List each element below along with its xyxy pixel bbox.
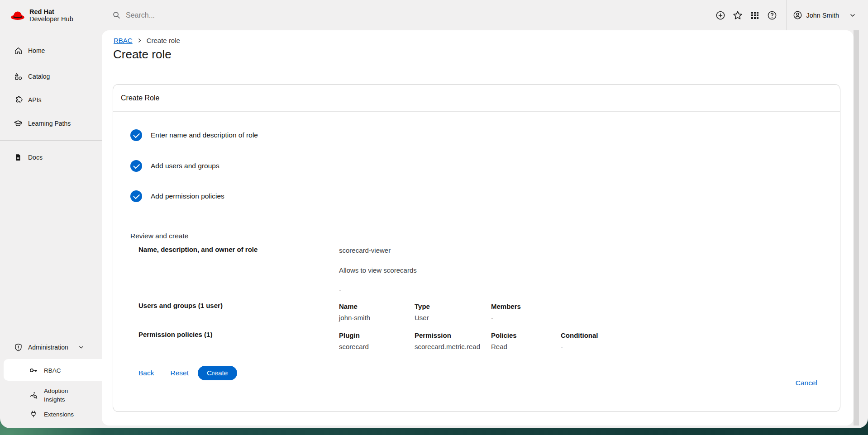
sidebar-nav: Home Catalog APIs Le — [0, 30, 102, 428]
plug-icon — [29, 410, 38, 419]
sidebar-divider — [0, 140, 102, 141]
chevron-down-icon — [78, 344, 85, 351]
role-owner-value: - — [339, 286, 341, 293]
users-col-header: Name — [339, 303, 358, 310]
user-name: John Smith — [806, 12, 839, 19]
home-icon — [14, 46, 23, 55]
section-label-name: Name, description, and owner of role — [138, 246, 258, 253]
sidebar-group-label: Administration — [28, 344, 68, 351]
main-content: RBAC Create role Create role Create Role… — [102, 30, 854, 426]
create-button[interactable]: Create — [198, 366, 237, 380]
sidebar-item-label: Learning Paths — [28, 120, 71, 127]
role-description-value: Allows to view scorecards — [339, 266, 417, 274]
brand-line1: Red Hat — [29, 8, 73, 15]
step-connector — [136, 145, 136, 156]
permissions-col-header: Conditional — [561, 331, 598, 339]
sidebar-item-label: Adoption Insights — [44, 387, 73, 404]
back-button[interactable]: Back — [131, 366, 161, 380]
sidebar-item-learning-paths[interactable]: Learning Paths — [0, 118, 102, 129]
key-icon — [29, 366, 38, 375]
global-header: Red Hat Developer Hub — [0, 0, 868, 30]
breadcrumb: RBAC Create role — [114, 37, 180, 44]
brand-line2: Developer Hub — [29, 15, 73, 23]
chevron-right-icon — [137, 38, 143, 43]
sidebar-item-label: Extensions — [44, 411, 74, 418]
chevron-down-icon — [849, 12, 856, 19]
plus-circle-icon — [715, 10, 725, 20]
sidebar-item-apis[interactable]: APIs — [0, 94, 102, 106]
sidebar-group-administration[interactable]: Administration — [0, 341, 102, 353]
page-title: Create role — [113, 47, 172, 61]
breadcrumb-current: Create role — [147, 37, 180, 44]
sidebar-item-label: APIs — [28, 96, 42, 104]
scrollbar[interactable] — [854, 30, 859, 426]
header-actions: John Smith — [712, 0, 856, 30]
shield-exclamation-icon — [14, 343, 23, 352]
trend-magnifier-icon — [29, 391, 38, 400]
check-circle-icon — [130, 129, 142, 141]
step-name-description: Enter name and description of role — [130, 129, 258, 141]
app-launcher-button[interactable] — [746, 7, 763, 24]
step-label: Add permission policies — [151, 192, 224, 200]
check-circle-icon — [130, 160, 142, 172]
users-col-header: Members — [491, 303, 521, 310]
brand-logo[interactable]: Red Hat Developer Hub — [10, 0, 73, 30]
document-icon — [14, 153, 23, 162]
permissions-col-header: Permission — [415, 331, 451, 339]
permissions-cell: scorecard.metric.read — [415, 343, 480, 350]
star-icon — [733, 10, 743, 20]
sidebar-item-label: Home — [28, 47, 45, 54]
step-label: Enter name and description of role — [151, 131, 258, 139]
card-title: Create Role — [113, 85, 840, 112]
cancel-link[interactable]: Cancel — [796, 379, 817, 387]
avatar-icon — [793, 10, 802, 20]
catalog-shapes-icon — [14, 72, 23, 81]
reset-button[interactable]: Reset — [163, 366, 196, 380]
graduation-cap-icon — [14, 119, 23, 128]
header-divider — [786, 0, 787, 30]
users-cell: john-smith — [339, 314, 370, 322]
sidebar-item-label: Docs — [28, 154, 43, 161]
step-label: Add users and groups — [151, 162, 219, 170]
users-col-header: Type — [415, 303, 430, 310]
review-heading: Review and create — [130, 232, 188, 240]
breadcrumb-link-rbac[interactable]: RBAC — [114, 37, 133, 44]
permissions-cell: scorecard — [339, 343, 369, 350]
users-cell: User — [415, 314, 429, 322]
sidebar-item-label: RBAC — [44, 367, 61, 374]
users-cell: - — [491, 314, 493, 322]
section-label-users: Users and groups (1 user) — [138, 302, 223, 309]
app-shell: Red Hat Developer Hub — [0, 0, 868, 428]
sidebar-item-label: Catalog — [28, 73, 50, 80]
section-label-permissions: Permission policies (1) — [138, 331, 212, 338]
grid-icon — [750, 11, 759, 20]
sidebar-item-docs[interactable]: Docs — [0, 151, 102, 163]
question-circle-icon — [767, 10, 777, 20]
global-search — [112, 0, 271, 30]
sidebar-item-rbac[interactable]: RBAC — [0, 364, 102, 376]
user-menu[interactable]: John Smith — [793, 10, 856, 20]
permissions-cell: - — [561, 343, 563, 350]
search-input[interactable] — [126, 11, 271, 19]
create-role-card: Create Role Enter name and description o… — [113, 84, 840, 412]
sidebar-item-adoption-insights[interactable]: Adoption Insights — [0, 386, 102, 404]
starred-items-button[interactable] — [729, 7, 746, 24]
step-users-groups: Add users and groups — [130, 160, 219, 172]
step-connector — [136, 176, 136, 187]
sidebar-item-home[interactable]: Home — [0, 45, 102, 57]
quick-create-button[interactable] — [712, 7, 729, 24]
sidebar-item-extensions[interactable]: Extensions — [0, 408, 102, 420]
wizard-actions: Back Reset Create — [131, 366, 237, 380]
permissions-col-header: Plugin — [339, 331, 360, 339]
search-icon — [112, 11, 121, 19]
check-circle-icon — [130, 190, 142, 202]
permissions-cell: Read — [491, 343, 507, 350]
role-name-value: scorecard-viewer — [339, 246, 391, 254]
red-hat-fedora-icon — [10, 10, 25, 21]
sidebar-item-catalog[interactable]: Catalog — [0, 71, 102, 82]
puzzle-icon — [14, 95, 23, 104]
permissions-col-header: Policies — [491, 331, 517, 339]
step-permission-policies: Add permission policies — [130, 190, 224, 202]
help-button[interactable] — [763, 7, 781, 24]
